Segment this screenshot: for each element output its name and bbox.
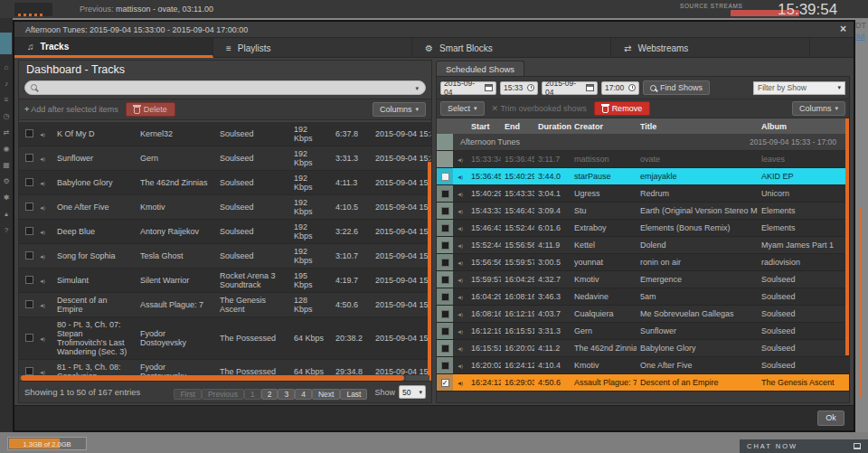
library-columns-button[interactable]: Columns▾ [373,102,426,117]
preview-cell[interactable]: ◄) [453,361,467,370]
row-checkbox[interactable] [25,334,33,342]
preview-cell[interactable]: ◄) [453,309,467,318]
checkbox-cell[interactable] [19,331,39,346]
start-time-input[interactable]: 15:33 [500,81,538,95]
schedule-row[interactable]: ◄)15:52:4415:56:564:11.9KettelDolendMyam… [437,237,849,254]
filter-by-show-select[interactable]: Filter by Show▾ [753,81,845,95]
row-checkbox[interactable] [25,300,33,308]
checkbox-cell[interactable] [19,249,39,264]
checkbox-cell[interactable] [437,203,453,219]
schedule-row[interactable]: ◄)15:43:3315:46:433:09.4StuEarth (Origin… [437,203,849,220]
preview-cell[interactable]: ◄) [453,155,467,164]
row-checkbox[interactable] [25,203,33,211]
page-size-select[interactable]: 50▾ [399,385,426,399]
column-header-start[interactable]: Start [467,122,501,131]
remove-button[interactable]: Remove [594,101,651,116]
start-date-input[interactable]: 2015-09-04 [440,81,496,95]
preview-cell[interactable]: ◄) [39,175,53,190]
checkbox-cell[interactable] [19,364,39,376]
chat-widget[interactable]: CHAT NOW [740,439,868,453]
preview-cell[interactable]: ◄) [453,258,467,267]
row-checkbox[interactable] [441,293,449,301]
row-checkbox[interactable] [441,259,449,267]
preview-cell[interactable]: ◄) [39,224,53,239]
preview-cell[interactable]: ◄) [453,292,467,301]
row-checkbox[interactable] [25,251,33,260]
table-row[interactable]: ◄)Descent of an EmpireAssault Plague: 7T… [19,293,431,317]
preview-cell[interactable]: ◄) [39,297,53,312]
checkbox-cell[interactable] [437,340,453,356]
row-checkbox[interactable] [441,344,449,353]
row-checkbox[interactable] [25,129,33,137]
schedule-row[interactable]: ◄)16:08:1616:12:194:03.7CualquieraMe Sob… [437,306,849,323]
table-row[interactable]: ◄)SunflowerGernSoulseed192 Kbps3:31.3201… [19,146,431,171]
add-after-selected-button[interactable]: + Add after selected items [24,105,118,114]
table-row[interactable]: ◄)K Of My DKernel32Soulseed192 Kbps6:37.… [19,122,431,146]
delete-button[interactable]: Delete [126,102,175,117]
table-row[interactable]: ◄)One After FiveKmotivSoulseed192 Kbps4:… [19,195,431,220]
schedule-row[interactable]: ◄)15:33:3415:36:453:11.7mattissonovatele… [437,151,849,168]
checkbox-cell[interactable]: ✓ [437,374,453,391]
preview-cell[interactable]: ◄) [453,275,467,284]
preview-cell[interactable]: ◄) [453,344,467,353]
row-checkbox[interactable] [441,362,449,370]
checkbox-cell[interactable] [19,175,39,191]
column-header-end[interactable]: End [501,122,534,131]
schedule-row[interactable]: ◄)15:46:4315:52:446:01.6ExtraboyElements… [437,220,849,237]
schedule-row[interactable]: ◄)16:20:0216:24:124:10.4KmotivOne After … [437,357,849,374]
checkbox-cell[interactable] [19,200,39,215]
checkbox-cell[interactable] [437,151,453,167]
table-row[interactable]: ◄)81 - Pt. 3, Ch. 08: ConclusionFyodor D… [19,360,431,375]
row-checkbox[interactable] [25,154,33,162]
scheduled-shows-tab[interactable]: Scheduled Shows [436,61,524,77]
checkbox-cell[interactable] [19,273,39,288]
preview-cell[interactable]: ◄) [39,364,53,375]
schedule-row[interactable]: ◄)15:59:5716:04:294:32.7KmotivEmergenceS… [437,271,849,288]
row-checkbox[interactable] [441,327,449,335]
page-button-2[interactable]: 2 [261,389,278,400]
checkbox-cell[interactable] [437,306,453,322]
tab-tracks[interactable]: ♫Tracks [14,38,213,58]
checkbox-cell[interactable] [19,151,39,166]
checkbox-cell[interactable] [437,288,453,305]
home-icon[interactable]: ⌂ [0,63,13,71]
preview-cell[interactable]: ◄) [39,127,53,141]
column-header-title[interactable]: Title [637,122,758,131]
tab-playlists[interactable]: ≡Playlists [213,38,412,58]
preview-cell[interactable]: ◄) [453,189,467,198]
row-checkbox[interactable] [441,276,449,284]
table-row[interactable]: ◄)Babylone GloryThe 462nd ZinniasSoulsee… [19,171,431,195]
help-icon[interactable]: ? [0,226,13,234]
close-icon[interactable]: × [840,23,846,35]
preview-cell[interactable]: ◄) [39,249,53,263]
trim-overbooked-button[interactable]: ✕ Trim overbooked shows [492,104,587,113]
schedule-row[interactable]: ◄)15:56:5615:59:573:00.5younnatronin on … [437,254,849,271]
page-scrollbar[interactable] [860,208,862,398]
row-checkbox[interactable] [441,224,449,232]
checkbox-cell[interactable] [19,297,39,313]
show-group-row[interactable]: Afternoon Tunes 2015-09-04 15:33 - 17:00 [437,134,849,151]
schedule-columns-button[interactable]: Columns▾ [792,101,845,116]
table-row[interactable]: ◄)SimulantSilent WarriorRocket Arena 3 S… [19,269,431,293]
end-time-input[interactable]: 17:00 [601,81,639,95]
schedule-row[interactable]: ◄)16:15:5116:20:024:11.2The 462nd Zinnia… [437,340,849,357]
ok-button[interactable]: Ok [817,411,844,426]
preview-cell[interactable]: ◄) [39,151,53,165]
column-header-duration[interactable]: Duration [534,122,571,131]
checkbox-cell[interactable] [437,357,453,373]
chart-icon[interactable]: ▴ [0,210,13,218]
preview-cell[interactable]: ◄) [39,273,53,288]
preview-cell[interactable]: ◄) [39,200,53,214]
clock-icon[interactable]: ◷ [0,112,13,120]
gear-icon[interactable]: ✱ [0,193,13,202]
preview-cell[interactable]: ◄) [453,223,467,232]
table-row[interactable]: ◄)Song for SophiaTesla GhostSoulseed192 … [19,244,431,269]
library-vertical-scrollbar[interactable] [428,162,431,402]
row-checkbox[interactable] [25,178,33,186]
wrench-icon[interactable]: ⚙ [0,177,13,185]
schedule-row[interactable]: ◄)15:36:4515:40:293:44.0starPauseemjayak… [437,168,849,185]
preview-cell[interactable]: ◄) [453,241,467,250]
checkbox-cell[interactable] [19,127,39,142]
music-icon[interactable]: ♪ [0,80,13,88]
search-input[interactable]: ▾ [24,80,426,95]
